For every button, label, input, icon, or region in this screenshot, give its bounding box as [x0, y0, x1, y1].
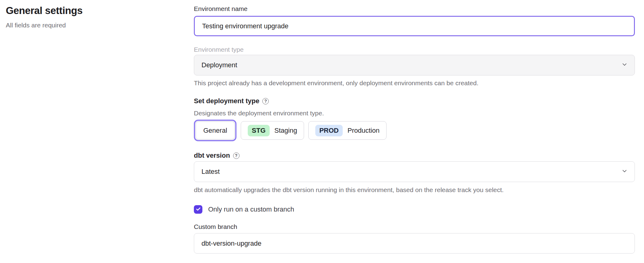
- production-badge: PROD: [315, 125, 343, 136]
- environment-type-label: Environment type: [194, 46, 635, 54]
- dbt-version-label-row: dbt version ?: [194, 151, 635, 160]
- environment-type-select[interactable]: Deployment: [194, 55, 635, 75]
- general-option-label: General: [203, 127, 227, 135]
- chevron-down-icon: [621, 168, 628, 176]
- deployment-type-label-row: Set deployment type ?: [194, 97, 635, 105]
- deployment-type-options: General STG Staging PROD Production: [194, 119, 635, 142]
- staging-option-label: Staging: [275, 127, 297, 135]
- dbt-version-label: dbt version: [194, 152, 230, 160]
- page-subtitle: All fields are required: [6, 21, 82, 29]
- environment-type-value: Deployment: [201, 61, 237, 69]
- environment-type-helper: This project already has a development e…: [194, 79, 635, 87]
- help-icon[interactable]: ?: [233, 153, 240, 159]
- deployment-type-staging-button[interactable]: STG Staging: [241, 121, 304, 140]
- dbt-version-select[interactable]: Latest: [194, 161, 635, 182]
- staging-badge: STG: [248, 125, 269, 136]
- custom-branch-label: Custom branch: [194, 223, 635, 231]
- custom-branch-input[interactable]: [194, 233, 635, 254]
- custom-branch-checkbox[interactable]: [194, 205, 202, 214]
- general-settings-page: General settings All fields are required…: [0, 0, 644, 263]
- custom-branch-checkbox-row: Only run on a custom branch: [194, 205, 635, 214]
- deployment-type-label: Set deployment type: [194, 97, 259, 105]
- environment-name-label: Environment name: [194, 5, 635, 13]
- chevron-down-icon: [621, 61, 628, 69]
- environment-name-input[interactable]: [194, 16, 635, 36]
- deployment-type-production-button[interactable]: PROD Production: [308, 121, 387, 140]
- deployment-type-helper: Designates the deployment environment ty…: [194, 109, 635, 117]
- custom-branch-checkbox-label: Only run on a custom branch: [208, 205, 294, 213]
- checkmark-icon: [195, 206, 201, 213]
- deployment-type-general-button[interactable]: General: [196, 121, 235, 139]
- page-title: General settings: [6, 4, 82, 17]
- production-option-label: Production: [348, 127, 380, 135]
- environment-settings-form: Environment name Environment type Deploy…: [194, 5, 635, 254]
- dbt-version-value: Latest: [201, 168, 220, 176]
- dbt-version-helper: dbt automatically upgrades the dbt versi…: [194, 186, 635, 194]
- help-icon[interactable]: ?: [262, 98, 269, 104]
- settings-header: General settings All fields are required: [6, 4, 82, 29]
- selected-option-ring: General: [194, 120, 236, 141]
